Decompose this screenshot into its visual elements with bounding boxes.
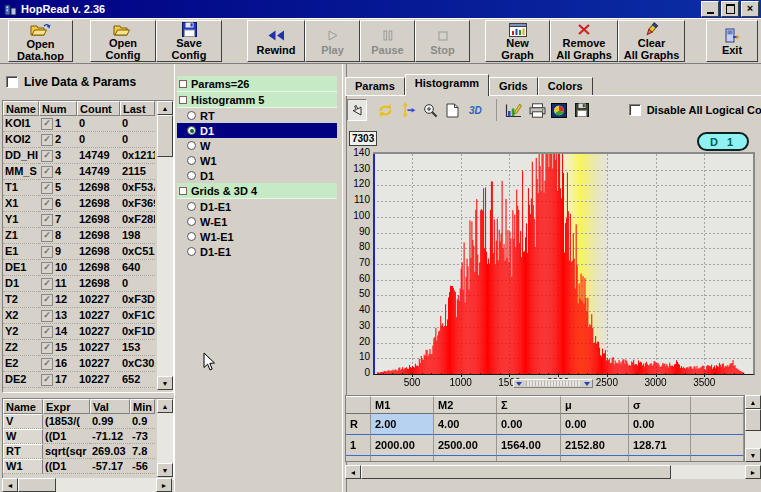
stats-cell[interactable] bbox=[691, 435, 744, 456]
stats-cell[interactable] bbox=[691, 456, 744, 462]
scroll-up-icon[interactable]: ▲ bbox=[745, 395, 761, 409]
param-checkbox[interactable]: ✓ bbox=[41, 150, 53, 162]
minimize-button[interactable] bbox=[701, 1, 719, 17]
expr-hscroll-thumb[interactable] bbox=[18, 478, 56, 492]
radio-icon[interactable] bbox=[187, 111, 196, 120]
stats-cell[interactable]: R bbox=[346, 414, 371, 435]
table-row[interactable]: Y1✓7126980xF28D bbox=[3, 212, 173, 228]
open-data-button[interactable]: Open Data.hop bbox=[8, 20, 73, 62]
tree-section-histogramm-5[interactable]: Histogramm 5 bbox=[177, 92, 337, 108]
scroll-down-icon[interactable]: ▼ bbox=[745, 448, 761, 462]
stats-cell[interactable]: 128.71 bbox=[629, 435, 691, 456]
scroll-down-icon[interactable]: ▼ bbox=[157, 376, 173, 390]
stop-button[interactable]: Stop bbox=[415, 20, 470, 62]
param-checkbox[interactable]: ✓ bbox=[41, 262, 53, 274]
print-tool[interactable] bbox=[527, 99, 546, 121]
stats-cell[interactable] bbox=[561, 456, 629, 462]
copy-page-tool[interactable] bbox=[443, 99, 462, 121]
play-button[interactable]: Play bbox=[305, 20, 360, 62]
stats-cell[interactable] bbox=[346, 456, 371, 462]
stats-cell[interactable]: 1 bbox=[346, 435, 371, 456]
param-checkbox[interactable]: ✓ bbox=[41, 246, 53, 258]
radio-icon[interactable] bbox=[187, 232, 196, 241]
param-checkbox[interactable]: ✓ bbox=[41, 198, 53, 210]
zoom-tool[interactable] bbox=[421, 99, 440, 121]
param-checkbox[interactable]: ✓ bbox=[41, 182, 53, 194]
param-checkbox[interactable]: ✓ bbox=[41, 118, 53, 130]
close-button[interactable]: × bbox=[741, 1, 759, 17]
restore-button[interactable] bbox=[721, 1, 739, 17]
table-row[interactable]: T1✓5126980xF53A bbox=[3, 180, 173, 196]
scroll-left-icon[interactable]: ◄ bbox=[345, 465, 361, 479]
stats-row[interactable] bbox=[346, 456, 744, 462]
tab-params[interactable]: Params bbox=[345, 77, 405, 96]
stats-cell[interactable]: 0.00 bbox=[629, 414, 691, 435]
scroll-right-icon[interactable]: ► bbox=[745, 465, 761, 479]
params-table-scrollbar[interactable]: ▲ ▼ bbox=[157, 101, 173, 390]
collapse-box-icon[interactable] bbox=[179, 80, 187, 88]
table-row[interactable]: W1((D1-57.17-56 bbox=[3, 459, 173, 474]
collapse-box-icon[interactable] bbox=[179, 96, 187, 104]
tree-item-d1[interactable]: D1 bbox=[177, 168, 337, 183]
table-row[interactable]: DE1✓1012698640 bbox=[3, 260, 173, 276]
table-row[interactable]: X2✓13102270xF1CC bbox=[3, 308, 173, 324]
table-row[interactable]: Z1✓812698198 bbox=[3, 228, 173, 244]
save-config-button[interactable]: Save Config bbox=[156, 20, 222, 62]
tree-item-w1-e1[interactable]: W1-E1 bbox=[177, 229, 337, 244]
table-row[interactable]: V(1853/(0.990.9 bbox=[3, 414, 173, 429]
table-row[interactable]: Y2✓14102270xF1DF bbox=[3, 324, 173, 340]
tree-item-w1[interactable]: W1 bbox=[177, 153, 337, 168]
histogram-plot[interactable] bbox=[373, 152, 755, 375]
stats-hscroll-thumb[interactable] bbox=[361, 465, 671, 479]
stats-hscrollbar[interactable]: ◄ ► bbox=[345, 465, 761, 479]
disable-logical-checkbox[interactable] bbox=[629, 104, 641, 116]
scroll-up-icon[interactable]: ▲ bbox=[157, 399, 173, 413]
clear-all-graphs-button[interactable]: Clear All Graphs bbox=[618, 20, 685, 62]
radio-icon[interactable] bbox=[187, 141, 196, 150]
tab-histogramm[interactable]: Histogramm bbox=[405, 74, 489, 96]
tree-section-params-26[interactable]: Params=26 bbox=[177, 76, 337, 92]
scroll-up-icon[interactable]: ▲ bbox=[157, 101, 173, 115]
param-checkbox[interactable]: ✓ bbox=[41, 358, 53, 370]
param-checkbox[interactable]: ✓ bbox=[41, 294, 53, 306]
table-row[interactable]: KOI1✓100 bbox=[3, 116, 173, 132]
params-scroll-thumb[interactable] bbox=[157, 115, 173, 157]
stats-vscroll-thumb[interactable] bbox=[745, 409, 761, 431]
tree-item-w[interactable]: W bbox=[177, 138, 337, 153]
stats-cell[interactable]: 1564.00 bbox=[497, 435, 561, 456]
radio-icon[interactable] bbox=[187, 217, 196, 226]
table-row[interactable]: E2✓16102270xC30A bbox=[3, 356, 173, 372]
tab-grids[interactable]: Grids bbox=[489, 77, 538, 96]
rewind-button[interactable]: Rewind bbox=[247, 20, 305, 62]
stats-row[interactable]: R2.004.000.000.000.00 bbox=[346, 414, 744, 435]
stats-vscrollbar[interactable]: ▲ ▼ bbox=[745, 395, 761, 462]
table-row[interactable]: Z2✓1510227153 bbox=[3, 340, 173, 356]
stats-cell[interactable] bbox=[629, 456, 691, 462]
table-row[interactable]: E1✓9126980xC51A bbox=[3, 244, 173, 260]
new-graph-button[interactable]: New Graph bbox=[485, 20, 550, 62]
table-row[interactable]: D1✓11126980 bbox=[3, 276, 173, 292]
table-row[interactable]: KOI2✓200 bbox=[3, 132, 173, 148]
live-data-checkbox[interactable] bbox=[6, 76, 18, 88]
param-checkbox[interactable]: ✓ bbox=[41, 230, 53, 242]
param-checkbox[interactable]: ✓ bbox=[41, 374, 53, 386]
param-checkbox[interactable]: ✓ bbox=[41, 278, 53, 290]
table-row[interactable]: W((D1-71.12-73 bbox=[3, 429, 173, 444]
stats-row[interactable]: 12000.002500.001564.002152.80128.71 bbox=[346, 435, 744, 456]
scroll-right-icon[interactable]: ► bbox=[156, 478, 172, 492]
remove-all-graphs-button[interactable]: Remove All Graphs bbox=[550, 20, 618, 62]
collapse-box-icon[interactable] bbox=[179, 187, 187, 195]
radio-icon[interactable] bbox=[187, 156, 196, 165]
stats-cell[interactable] bbox=[497, 456, 561, 462]
scroll-left-icon[interactable]: ◄ bbox=[2, 478, 18, 492]
stats-cell[interactable]: 2.00 bbox=[371, 414, 434, 435]
param-checkbox[interactable]: ✓ bbox=[41, 134, 53, 146]
edit-graph-tool[interactable] bbox=[496, 99, 524, 121]
colors-image-tool[interactable] bbox=[550, 99, 569, 121]
expr-table-vscrollbar[interactable]: ▲ ▼ bbox=[157, 399, 173, 477]
table-row[interactable]: MM_S✓4147492115 bbox=[3, 164, 173, 180]
table-row[interactable]: RTsqrt(sqr269.037.8 bbox=[3, 444, 173, 459]
expr-table-hscrollbar[interactable]: ◄ ► bbox=[2, 478, 172, 492]
stats-cell[interactable]: 2500.00 bbox=[434, 435, 497, 456]
scroll-down-icon[interactable]: ▼ bbox=[157, 463, 173, 477]
